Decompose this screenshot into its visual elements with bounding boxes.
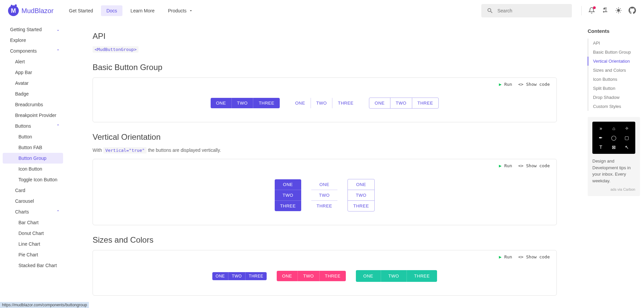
toc-basic[interactable]: Basic Button Group	[588, 48, 640, 57]
btn-three[interactable]: THREE	[275, 200, 301, 211]
run-button[interactable]: ▶Run	[499, 163, 512, 168]
btn-three[interactable]: THREE	[311, 200, 338, 211]
btn-one[interactable]: ONE	[311, 179, 338, 190]
sidebar-item-stacked-bar-chart[interactable]: Stacked Bar Chart	[0, 260, 66, 271]
button-group-contained: ONE TWO THREE	[211, 98, 280, 108]
button-group-outlined: ONE TWO THREE	[369, 98, 439, 109]
toc-icon-buttons[interactable]: Icon Buttons	[588, 75, 640, 84]
show-code-button[interactable]: <>Show code	[518, 163, 550, 168]
toc-sizes[interactable]: Sizes and Colors	[588, 66, 640, 75]
btn-three[interactable]: THREE	[412, 98, 439, 108]
brand-text: MudBlazor	[21, 7, 54, 15]
sidebar-item-bar-chart[interactable]: Bar Chart	[0, 217, 66, 228]
sidebar-item-button-group[interactable]: Button Group	[3, 153, 63, 164]
search-input[interactable]	[497, 8, 567, 13]
sidebar-item-donut-chart[interactable]: Donut Chart	[0, 228, 66, 239]
btn-two[interactable]: TWO	[348, 190, 374, 200]
sidebar-item-appbar[interactable]: App Bar	[0, 67, 66, 78]
button-group-text: ONE TWO THREE	[290, 98, 359, 108]
sidebar-item-carousel[interactable]: Carousel	[0, 196, 66, 206]
run-button[interactable]: ▶Run	[499, 254, 512, 259]
sidebar-item-pie-chart[interactable]: Pie Chart	[0, 249, 66, 260]
demo-sizes: ▶Run <>Show code ONE TWO THREE ONE TWO T…	[93, 250, 557, 296]
search-icon	[487, 7, 493, 14]
btn-two[interactable]: TWO	[311, 98, 332, 108]
sidebar-buttons[interactable]: Buttons⌃	[0, 121, 66, 131]
btn-one[interactable]: ONE	[212, 272, 228, 280]
show-code-button[interactable]: <>Show code	[518, 82, 550, 87]
btn-three[interactable]: THREE	[348, 200, 374, 211]
status-bar-url: https://mudblazor.com/components/buttong…	[0, 302, 89, 308]
main-content: API <MudButtonGroup> Basic Button Group …	[66, 21, 584, 308]
btn-two[interactable]: TWO	[231, 98, 253, 108]
sidebar-item-card[interactable]: Card	[0, 185, 66, 196]
chevron-down-icon	[189, 8, 193, 13]
sidebar-item-badge[interactable]: Badge	[0, 88, 66, 99]
demo-basic: ▶Run <>Show code ONE TWO THREE ONE TWO T…	[93, 77, 557, 122]
btn-one[interactable]: ONE	[290, 98, 311, 108]
api-code[interactable]: <MudButtonGroup>	[93, 46, 139, 53]
ad-box[interactable]: »⌂✧ ✒◯▢ T⊠↖ Design and Development tips …	[588, 117, 640, 196]
chevron-up-icon: ⌃	[56, 124, 60, 128]
nav-get-started[interactable]: Get Started	[64, 5, 99, 16]
vertical-heading: Vertical Orientation	[93, 132, 557, 142]
ad-text: Design and Development tips in your inbo…	[592, 158, 635, 184]
toc-vertical[interactable]: Vertical Orientation	[588, 57, 640, 66]
logo[interactable]: M MudBlazor	[8, 5, 54, 16]
sidebar-item-breakpoint[interactable]: Breakpoint Provider	[0, 110, 66, 121]
sidebar-charts[interactable]: Charts⌃	[0, 206, 66, 217]
nav-products[interactable]: Products	[163, 5, 199, 16]
sidebar-item-button[interactable]: Button	[0, 131, 66, 142]
nav-docs[interactable]: Docs	[101, 5, 122, 16]
sidebar-item-breadcrumbs[interactable]: Breadcrumbs	[0, 99, 66, 110]
btn-three[interactable]: THREE	[407, 270, 437, 282]
btn-three[interactable]: THREE	[245, 272, 267, 280]
github-icon[interactable]	[629, 7, 636, 15]
show-code-button[interactable]: <>Show code	[518, 254, 550, 259]
notifications-icon[interactable]	[588, 7, 595, 15]
toc-api[interactable]: API	[588, 39, 640, 48]
btn-two[interactable]: TWO	[228, 272, 245, 280]
sidebar-explore[interactable]: Explore	[0, 35, 66, 46]
btn-two[interactable]: TWO	[275, 190, 301, 200]
btn-one[interactable]: ONE	[211, 98, 231, 108]
button-group-tertiary: ONE TWO THREE	[356, 270, 437, 282]
btn-one[interactable]: ONE	[356, 270, 381, 282]
btn-two[interactable]: TWO	[390, 98, 412, 108]
rtl-icon[interactable]	[602, 7, 608, 15]
button-group-contained-vert: ONE TWO THREE	[275, 179, 301, 211]
ad-via[interactable]: ads via Carbon	[592, 187, 635, 191]
sidebar-item-button-fab[interactable]: Button FAB	[0, 142, 66, 153]
nav-learn-more[interactable]: Learn More	[125, 5, 160, 16]
btn-one[interactable]: ONE	[277, 271, 298, 281]
button-group-primary-small: ONE TWO THREE	[212, 272, 267, 280]
btn-two[interactable]: TWO	[311, 190, 338, 200]
sidebar-item-icon-button[interactable]: Icon Button	[0, 164, 66, 174]
sidebar-item-avatar[interactable]: Avatar	[0, 78, 66, 88]
api-heading: API	[93, 32, 557, 41]
run-button[interactable]: ▶Run	[499, 82, 512, 87]
code-icon: <>	[518, 82, 524, 87]
btn-two[interactable]: TWO	[298, 271, 319, 281]
sidebar-item-alert[interactable]: Alert	[0, 56, 66, 67]
btn-one[interactable]: ONE	[275, 179, 301, 190]
sidebar-item-line-chart[interactable]: Line Chart	[0, 239, 66, 249]
btn-three[interactable]: THREE	[332, 98, 359, 108]
sidebar-getting-started[interactable]: Getting Started⌄	[0, 24, 66, 35]
vertical-desc: With Vertical="true" the buttons are dis…	[93, 147, 557, 153]
sidebar-components[interactable]: Components⌃	[0, 46, 66, 56]
toc-custom[interactable]: Custom Styles	[588, 102, 640, 111]
code-icon: <>	[518, 163, 524, 168]
theme-icon[interactable]	[615, 7, 622, 15]
search-box[interactable]	[481, 4, 572, 17]
toc-split[interactable]: Split Button	[588, 84, 640, 93]
sidebar-item-toggle-icon-button[interactable]: Toggle Icon Button	[0, 174, 66, 185]
btn-three[interactable]: THREE	[319, 271, 346, 281]
btn-one[interactable]: ONE	[369, 98, 390, 108]
demo-vertical: ▶Run <>Show code ONE TWO THREE ONE TWO T…	[93, 159, 557, 225]
toc-drop-shadow[interactable]: Drop Shadow	[588, 93, 640, 102]
btn-one[interactable]: ONE	[348, 179, 374, 190]
btn-three[interactable]: THREE	[253, 98, 280, 108]
btn-two[interactable]: TWO	[381, 270, 407, 282]
chevron-up-icon: ⌃	[56, 209, 60, 214]
